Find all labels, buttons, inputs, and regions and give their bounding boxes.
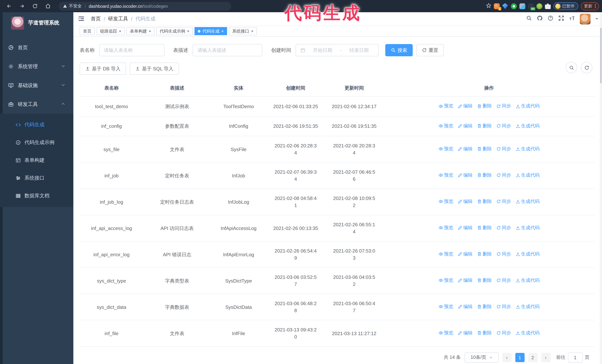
sidebar-item-system[interactable]: 系统管理 <box>0 57 73 76</box>
close-icon[interactable]: × <box>187 29 190 33</box>
edit-action[interactable]: 编辑 <box>458 277 473 284</box>
goto-page-input[interactable] <box>568 353 582 363</box>
generate-action[interactable]: 生成代码 <box>516 146 540 153</box>
preview-action[interactable]: 预览 <box>439 330 453 337</box>
help-icon[interactable] <box>548 15 553 23</box>
fullscreen-icon[interactable] <box>558 15 564 23</box>
preview-action[interactable]: 预览 <box>439 122 453 129</box>
import-sql-button[interactable]: 基于 SQL 导入 <box>130 62 179 75</box>
generate-action[interactable]: 生成代码 <box>516 198 540 205</box>
header-search-icon[interactable] <box>526 15 532 23</box>
edit-action[interactable]: 编辑 <box>458 224 473 231</box>
generate-action[interactable]: 生成代码 <box>516 330 540 337</box>
sidebar-item-infra[interactable]: 基础设施 <box>0 76 73 95</box>
edit-action[interactable]: 编辑 <box>458 172 473 179</box>
tab-codegen-example[interactable]: 代码生成示例 × <box>156 27 193 35</box>
sync-action[interactable]: 同步 <box>496 224 511 231</box>
back-icon[interactable] <box>5 2 13 10</box>
extension-icon-dark[interactable]: on <box>528 3 534 9</box>
generate-action[interactable]: 生成代码 <box>516 251 540 258</box>
page-button-1[interactable]: 1 <box>515 353 524 362</box>
bookmark-star-icon[interactable] <box>486 3 491 10</box>
tab-home[interactable]: 首页 <box>80 27 95 35</box>
delete-action[interactable]: 删除 <box>477 122 492 129</box>
prev-page-button[interactable]: ‹ <box>502 353 511 362</box>
delete-action[interactable]: 删除 <box>477 146 492 153</box>
sync-action[interactable]: 同步 <box>496 277 511 284</box>
sync-action[interactable]: 同步 <box>496 198 511 205</box>
close-icon[interactable]: × <box>119 29 121 33</box>
delete-action[interactable]: 删除 <box>477 172 492 179</box>
delete-action[interactable]: 删除 <box>477 103 492 110</box>
generate-action[interactable]: 生成代码 <box>516 224 540 231</box>
delete-action[interactable]: 删除 <box>477 277 492 284</box>
edit-action[interactable]: 编辑 <box>458 198 473 205</box>
delete-action[interactable]: 删除 <box>477 251 492 258</box>
extension-icon-grid[interactable] <box>519 3 525 9</box>
sync-action[interactable]: 同步 <box>496 330 511 337</box>
close-icon[interactable]: × <box>149 29 151 33</box>
edit-action[interactable]: 编辑 <box>458 122 473 129</box>
delete-action[interactable]: 删除 <box>477 224 492 231</box>
table-desc-input[interactable] <box>197 47 258 53</box>
edit-action[interactable]: 编辑 <box>458 330 473 337</box>
avatar[interactable] <box>580 13 591 24</box>
edit-action[interactable]: 编辑 <box>458 303 473 310</box>
toggle-search-button[interactable] <box>566 62 577 73</box>
reset-button[interactable]: 重置 <box>416 44 444 56</box>
breadcrumb-devtools[interactable]: 研发工具 <box>108 16 128 22</box>
sidebar-item-codegen-example[interactable]: 代码生成示例 <box>0 134 73 151</box>
preview-action[interactable]: 预览 <box>439 172 453 179</box>
preview-action[interactable]: 预览 <box>439 303 453 310</box>
generate-action[interactable]: 生成代码 <box>516 303 540 310</box>
sidebar-item-form-builder[interactable]: 表单构建 <box>0 151 73 169</box>
generate-action[interactable]: 生成代码 <box>516 103 540 110</box>
delete-action[interactable]: 删除 <box>477 330 492 337</box>
sidebar-item-devtools[interactable]: 研发工具 <box>0 95 73 114</box>
preview-action[interactable]: 预览 <box>439 251 453 258</box>
github-icon[interactable] <box>537 15 543 23</box>
refresh-table-button[interactable] <box>581 62 592 73</box>
sync-action[interactable]: 同步 <box>496 146 511 153</box>
edit-action[interactable]: 编辑 <box>458 251 473 258</box>
delete-action[interactable]: 删除 <box>477 198 492 205</box>
extension-icon-gem[interactable] <box>502 3 508 9</box>
preview-action[interactable]: 预览 <box>439 224 453 231</box>
profile-paused-pill[interactable]: 已暂停 <box>553 2 578 10</box>
import-db-button[interactable]: 基于 DB 导入 <box>80 62 126 75</box>
sync-action[interactable]: 同步 <box>496 251 511 258</box>
tab-form-builder[interactable]: 表单构建 × <box>127 27 154 35</box>
edit-action[interactable]: 编辑 <box>458 146 473 153</box>
next-page-button[interactable]: › <box>541 353 550 362</box>
puzzle-extensions-icon[interactable] <box>545 3 551 9</box>
hamburger-icon[interactable] <box>78 16 85 22</box>
preview-action[interactable]: 预览 <box>439 277 453 284</box>
page-size-select[interactable]: 10条/页 <box>464 353 498 363</box>
extension-icon-figure[interactable] <box>536 3 542 9</box>
sidebar-item-system-api[interactable]: 系统接口 <box>0 169 73 187</box>
sync-action[interactable]: 同步 <box>496 303 511 310</box>
extension-icon-green-check[interactable] <box>511 3 516 9</box>
sync-action[interactable]: 同步 <box>496 103 511 110</box>
table-name-input[interactable] <box>104 47 160 53</box>
sidebar-item-codegen[interactable]: 代码生成 <box>0 116 73 134</box>
tab-codegen[interactable]: 代码生成 × <box>195 27 227 35</box>
extension-icon-orange[interactable]: 1 <box>494 3 500 9</box>
close-icon[interactable]: × <box>221 29 224 33</box>
caret-down-icon[interactable] <box>595 18 598 21</box>
tab-system-api[interactable]: 系统接口 × <box>229 27 257 35</box>
chrome-update-button[interactable]: 更新 <box>581 2 599 10</box>
close-icon[interactable]: × <box>251 29 254 33</box>
scrollbar-thumb[interactable] <box>600 28 602 83</box>
generate-action[interactable]: 生成代码 <box>516 122 540 129</box>
sidebar-item-home[interactable]: 首页 <box>0 38 73 57</box>
font-size-icon[interactable] <box>569 15 575 23</box>
sidebar-item-db-doc[interactable]: 数据库文档 <box>0 187 73 205</box>
sync-action[interactable]: 同步 <box>496 172 511 179</box>
forward-icon[interactable] <box>18 2 26 10</box>
home-icon[interactable] <box>44 2 52 10</box>
delete-action[interactable]: 删除 <box>477 303 492 310</box>
preview-action[interactable]: 预览 <box>439 198 453 205</box>
generate-action[interactable]: 生成代码 <box>516 277 540 284</box>
page-button-2[interactable]: 2 <box>528 353 537 362</box>
